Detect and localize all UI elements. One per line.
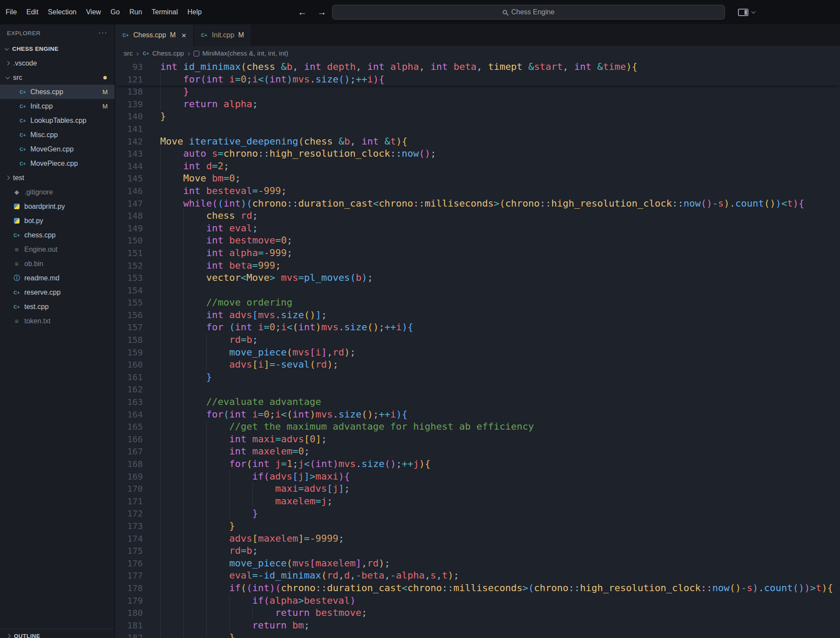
menu-run[interactable]: Run [125, 0, 147, 24]
line-number[interactable]: 176 [115, 557, 143, 570]
line-number[interactable]: 146 [115, 185, 143, 197]
line-number[interactable]: 148 [115, 210, 143, 222]
line-number[interactable]: 165 [115, 421, 143, 433]
tree-item-boardprint-py[interactable]: boardprint.py [0, 199, 115, 214]
code-line-169[interactable]: 169if(advs[j]>maxi){ [115, 470, 840, 483]
code-line-179[interactable]: 179if(alpha>besteval) [115, 595, 840, 607]
code-line-160[interactable]: 160advs[i]=-seval(rd); [115, 358, 840, 371]
code-line-156[interactable]: 156int advs[mvs.size()]; [115, 309, 840, 322]
code-line-93[interactable]: 93int id_minimax(chess &b, int depth, in… [115, 61, 840, 73]
code-line-171[interactable]: 171maxelem=j; [115, 495, 840, 508]
line-number[interactable]: 163 [115, 396, 143, 408]
forward-arrow-icon[interactable]: → [317, 7, 326, 17]
line-number[interactable]: 143 [115, 148, 143, 160]
code-line-157[interactable]: 157for (int i=0;i<(int)mvs.size();++i){ [115, 321, 840, 334]
code-line-178[interactable]: 178if((int)(chrono::duration_cast<chrono… [115, 582, 840, 595]
line-number[interactable]: 164 [115, 408, 143, 421]
tree-item-init-cpp[interactable]: C+Init.cppM [0, 99, 115, 113]
line-number[interactable]: 153 [115, 272, 143, 284]
more-actions-icon[interactable]: ··· [99, 29, 108, 37]
tree-item-readme-md[interactable]: ⓘreadme.md [0, 271, 115, 285]
tree-item-gitignore[interactable]: ◈.gitignore [0, 185, 115, 199]
line-number[interactable]: 171 [115, 495, 143, 508]
line-number[interactable]: 151 [115, 247, 143, 260]
line-number[interactable]: 174 [115, 533, 143, 545]
line-number[interactable]: 144 [115, 160, 143, 173]
line-number[interactable]: 160 [115, 358, 143, 371]
code-line-181[interactable]: 181return bm; [115, 619, 840, 632]
code-line-172[interactable]: 172} [115, 507, 840, 520]
line-number[interactable]: 159 [115, 346, 143, 359]
code-line-153[interactable]: 153vector<Move> mvs=pl_moves(b); [115, 272, 840, 284]
menu-file[interactable]: File [1, 0, 22, 24]
tree-item-test[interactable]: test [0, 171, 115, 185]
code-line-144[interactable]: 144int d=2; [115, 160, 840, 173]
line-number[interactable]: 179 [115, 595, 143, 607]
line-number[interactable]: 158 [115, 334, 143, 346]
code-line-150[interactable]: 150int bestmove=0; [115, 234, 840, 247]
breadcrumb-item[interactable]: MiniMax(chess &, int, int, int) [194, 49, 288, 57]
line-number[interactable]: 177 [115, 569, 143, 582]
line-number[interactable]: 180 [115, 607, 143, 619]
tree-item-chess-cpp[interactable]: C+chess.cpp [0, 228, 115, 242]
code-line-142[interactable]: 142Move iterative_deepening(chess &b, in… [115, 135, 840, 148]
line-number[interactable]: 93 [115, 61, 143, 73]
tree-item-bot-py[interactable]: bot.py [0, 214, 115, 228]
tree-item-misc-cpp[interactable]: C+Misc.cpp [0, 128, 115, 142]
code-line-177[interactable]: 177eval=-id_minimax(rd,d,-beta,-alpha,s,… [115, 569, 840, 582]
line-number[interactable]: 142 [115, 135, 143, 148]
line-number[interactable]: 175 [115, 545, 143, 557]
code-line-154[interactable]: 154 [115, 284, 840, 297]
code-line-155[interactable]: 155//move ordering [115, 296, 840, 309]
code-line-158[interactable]: 158rd=b; [115, 334, 840, 346]
outline-section[interactable]: OUTLINE [0, 629, 115, 638]
line-number[interactable]: 152 [115, 260, 143, 272]
code-line-174[interactable]: 174advs[maxelem]=-9999; [115, 533, 840, 545]
breadcrumb-item[interactable]: C+Chess.cpp [142, 49, 184, 57]
tree-item-token-txt[interactable]: ≡token.txt [0, 314, 115, 328]
code-line-182[interactable]: 182} [115, 631, 840, 638]
tree-item-test-cpp[interactable]: C+test.cpp [0, 299, 115, 314]
line-number[interactable]: 138 [115, 86, 143, 98]
tree-item-movepiece-cpp[interactable]: C+MovePiece.cpp [0, 156, 115, 171]
code-line-167[interactable]: 167int maxelem=0; [115, 445, 840, 458]
line-number[interactable]: 162 [115, 383, 143, 396]
code-line-162[interactable]: 162 [115, 383, 840, 396]
code-line-121[interactable]: 121for(int i=0;i<(int)mvs.size();++i){ [115, 73, 840, 86]
code-line-145[interactable]: 145Move bm=0; [115, 172, 840, 185]
code-line-164[interactable]: 164for(int i=0;i<(int)mvs.size();++i){ [115, 408, 840, 421]
tab-chess-cpp[interactable]: C+Chess.cppM× [115, 24, 194, 46]
tree-item-ob-bin[interactable]: ≡ob.bin [0, 257, 115, 271]
tab-init-cpp[interactable]: C+Init.cppM [194, 24, 251, 46]
layout-control[interactable] [738, 0, 755, 24]
tree-item-chess-cpp[interactable]: C+Chess.cppM [0, 85, 115, 99]
code-line-170[interactable]: 170maxi=advs[j]; [115, 483, 840, 495]
line-number[interactable]: 182 [115, 631, 143, 638]
close-icon[interactable]: × [181, 31, 186, 39]
line-number[interactable]: 156 [115, 309, 143, 322]
code-line-163[interactable]: 163//evaluate advantage [115, 396, 840, 408]
line-number[interactable]: 150 [115, 234, 143, 247]
code-line-173[interactable]: 173} [115, 520, 840, 533]
code-line-148[interactable]: 148chess rd; [115, 210, 840, 222]
line-number[interactable]: 167 [115, 445, 143, 458]
menu-help[interactable]: Help [183, 0, 207, 24]
line-number[interactable]: 173 [115, 520, 143, 533]
code-line-146[interactable]: 146int besteval=-999; [115, 185, 840, 197]
line-number[interactable]: 121 [115, 73, 143, 86]
breadcrumb-item[interactable]: src [124, 49, 133, 57]
code-line-180[interactable]: 180return bestmove; [115, 607, 840, 619]
line-number[interactable]: 141 [115, 123, 143, 135]
code-line-140[interactable]: 140} [115, 110, 840, 123]
line-number[interactable]: 140 [115, 110, 143, 123]
code-line-161[interactable]: 161} [115, 371, 840, 384]
code-line-152[interactable]: 152int beta=999; [115, 260, 840, 272]
code-line-149[interactable]: 149int eval; [115, 222, 840, 235]
line-number[interactable]: 168 [115, 458, 143, 470]
code-line-166[interactable]: 166int maxi=advs[0]; [115, 433, 840, 446]
tree-item-engine-out[interactable]: ≡Engine.out [0, 242, 115, 257]
line-number[interactable]: 169 [115, 470, 143, 483]
line-number[interactable]: 154 [115, 284, 143, 297]
tree-item-src[interactable]: src [0, 70, 115, 85]
code-line-175[interactable]: 175rd=b; [115, 545, 840, 557]
